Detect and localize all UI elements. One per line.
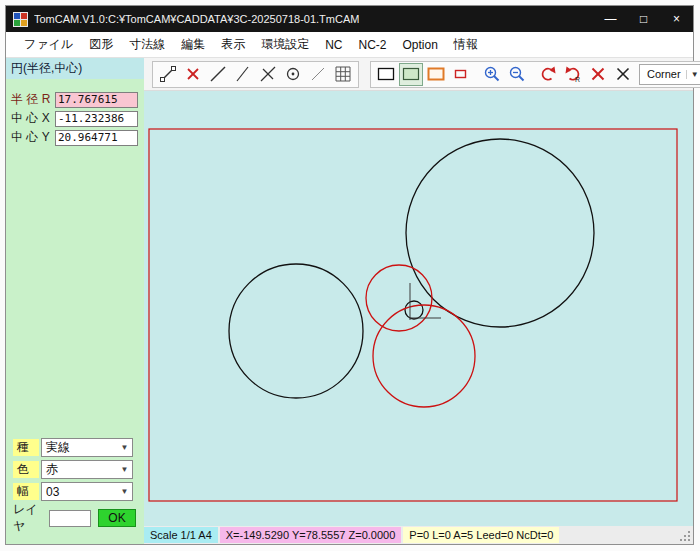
white-rectangle-icon	[377, 66, 395, 82]
rotate-right-button[interactable]: R	[561, 63, 585, 86]
rotate-left-button[interactable]	[536, 63, 560, 86]
width-label: 幅	[13, 483, 39, 500]
panel-title: 円(半径,中心)	[6, 58, 144, 79]
corner-label: Corner	[647, 68, 681, 80]
thin-line-tool-button[interactable]	[306, 63, 330, 86]
resize-grip-icon	[679, 530, 692, 543]
menu-settings[interactable]: 環境設定	[253, 33, 317, 56]
line-type-value: 実線	[46, 439, 70, 456]
radius-field-row: 半 径 R	[6, 90, 144, 109]
window-title: TomCAM.V1.0:C:¥TomCAM¥CADDATA¥3C-2025071…	[34, 13, 359, 25]
layer-label: レイヤ	[13, 501, 49, 535]
menu-info[interactable]: 情報	[446, 33, 486, 56]
window-controls: — □ ×	[594, 6, 693, 32]
menu-nc2[interactable]: NC-2	[350, 35, 394, 55]
layer-row: レイヤ OK	[6, 507, 144, 529]
black-x-icon	[615, 66, 631, 82]
minimize-button[interactable]: —	[594, 6, 627, 32]
drawing-circle[interactable]	[405, 301, 423, 319]
view-tool-group: R	[370, 61, 700, 88]
title-bar: TomCAM.V1.0:C:¥TomCAM¥CADDATA¥3C-2025071…	[6, 6, 693, 32]
chevron-down-icon: ▼	[686, 70, 699, 79]
radius-label: 半 径 R	[11, 91, 55, 108]
color-row: 色 赤 ▼	[6, 459, 144, 480]
grid-icon	[334, 65, 352, 83]
crossed-lines-icon	[259, 65, 277, 83]
menu-shape[interactable]: 図形	[81, 33, 121, 56]
line-type-select[interactable]: 実線 ▼	[41, 438, 133, 457]
menu-bar: ファイル 図形 寸法線 編集 表示 環境設定 NC NC-2 Option 情報	[6, 32, 693, 58]
width-row: 幅 03 ▼	[6, 481, 144, 502]
line-with-endpoints-button[interactable]	[156, 63, 180, 86]
black-x-button[interactable]	[611, 63, 635, 86]
close-button[interactable]: ×	[660, 6, 693, 32]
center-x-field-row: 中 心 X	[6, 109, 144, 128]
green-rectangle-icon	[402, 66, 420, 82]
line-tool-2-button[interactable]	[231, 63, 255, 86]
circle-with-center-dot-icon	[284, 65, 302, 83]
color-value: 赤	[46, 461, 58, 478]
layer-input[interactable]	[49, 510, 91, 527]
drawing-circle[interactable]	[406, 139, 594, 327]
thin-diagonal-line-icon	[309, 65, 327, 83]
menu-edit[interactable]: 編集	[173, 33, 213, 56]
center-x-input[interactable]	[55, 111, 138, 127]
line-tool-button[interactable]	[206, 63, 230, 86]
paper-frame	[149, 129, 677, 501]
status-counts: P=0 L=0 A=5 Leed=0 NcDt=0	[403, 527, 559, 543]
small-red-rectangle-button[interactable]	[449, 63, 473, 86]
menu-view[interactable]: 表示	[213, 33, 253, 56]
small-red-rectangle-icon	[453, 67, 469, 81]
chevron-down-icon: ▼	[117, 465, 132, 474]
circle-center-tool-button[interactable]	[281, 63, 305, 86]
chevron-down-icon: ▼	[117, 443, 132, 452]
width-select[interactable]: 03 ▼	[41, 482, 133, 501]
ok-button[interactable]: OK	[98, 509, 136, 527]
menu-nc[interactable]: NC	[317, 35, 350, 55]
parameter-panel: 円(半径,中心) 半 径 R 中 心 X 中 心 Y 種	[6, 58, 144, 544]
app-window: TomCAM.V1.0:C:¥TomCAM¥CADDATA¥3C-2025071…	[5, 5, 694, 545]
drawing-circle[interactable]	[366, 265, 432, 331]
orange-rectangle-icon	[427, 66, 445, 82]
cross-line-tool-button[interactable]	[256, 63, 280, 86]
maximize-button[interactable]: □	[627, 6, 660, 32]
drawing-surface	[144, 91, 693, 526]
corner-dropdown-button[interactable]: Corner ▼	[639, 64, 700, 85]
diagonal-line-icon	[209, 65, 227, 83]
grid-tool-button[interactable]	[331, 63, 355, 86]
svg-text:R: R	[575, 76, 580, 83]
menu-dimension[interactable]: 寸法線	[121, 33, 173, 56]
orange-rectangle-button[interactable]	[424, 63, 448, 86]
center-y-field-row: 中 心 Y	[6, 128, 144, 147]
green-rectangle-button[interactable]	[399, 63, 423, 86]
zoom-in-icon	[483, 65, 501, 83]
width-value: 03	[46, 485, 59, 499]
white-rectangle-button[interactable]	[374, 63, 398, 86]
center-y-label: 中 心 Y	[11, 129, 55, 146]
zoom-in-button[interactable]	[480, 63, 504, 86]
drawing-circle[interactable]	[229, 264, 363, 398]
red-x-button[interactable]	[586, 63, 610, 86]
status-bar: Scale 1/1 A4 X=-149.5290 Y=78.5557 Z=0.0…	[144, 526, 693, 544]
center-x-label: 中 心 X	[11, 110, 55, 127]
color-label: 色	[13, 461, 39, 478]
chevron-down-icon: ▼	[117, 487, 132, 496]
red-x-icon	[590, 66, 606, 82]
center-y-input[interactable]	[55, 130, 138, 146]
drawing-canvas[interactable]	[144, 91, 693, 526]
red-x-delete-button[interactable]	[181, 63, 205, 86]
color-select[interactable]: 赤 ▼	[41, 460, 133, 479]
resize-grip[interactable]	[677, 528, 692, 543]
line-type-row: 種 実線 ▼	[6, 437, 144, 458]
app-logo-icon	[13, 12, 28, 27]
menu-file[interactable]: ファイル	[16, 33, 81, 56]
rotate-left-icon	[539, 65, 557, 83]
line-with-endpoints-icon	[159, 65, 177, 83]
zoom-out-button[interactable]	[505, 63, 529, 86]
menu-option[interactable]: Option	[394, 35, 445, 55]
tool-bar: R	[144, 58, 693, 91]
draw-tool-group	[152, 61, 359, 88]
radius-input[interactable]	[55, 92, 138, 108]
line-type-label: 種	[13, 439, 39, 456]
status-scale: Scale 1/1 A4	[144, 527, 218, 543]
